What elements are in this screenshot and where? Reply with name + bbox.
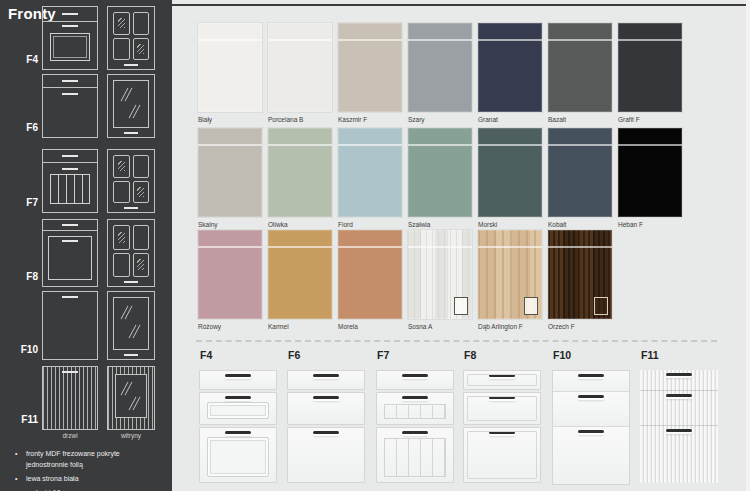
drawer-handle — [402, 396, 428, 399]
drawer-handle — [313, 396, 339, 399]
glass-grid — [113, 225, 149, 277]
swatch-cell: Porcelana B — [268, 23, 332, 123]
drawer-front — [199, 427, 277, 483]
palette-row: BiałyPorcelana BKaszmir FSzaryGranatBaza… — [198, 23, 682, 123]
swatch-label: Różowy — [198, 323, 262, 330]
color-swatch — [408, 128, 472, 217]
drawer-handle — [225, 374, 251, 377]
decoration — [43, 150, 97, 163]
glass-reflection — [137, 259, 144, 270]
page-edge — [746, 0, 750, 491]
swatch-cell: Fiord — [338, 128, 402, 228]
front-style-row-f6: F6 — [0, 74, 172, 138]
caption-doors: drzwi — [42, 432, 98, 439]
decoration — [43, 75, 97, 88]
grain-direction-icon — [524, 297, 538, 315]
handle-mark — [124, 64, 138, 66]
grain-direction-icon — [594, 297, 608, 315]
front-preview-f4: F4 — [199, 349, 277, 485]
swatch-label: Dąb Arlington F — [478, 323, 542, 330]
glass-pane — [113, 155, 130, 178]
swatch-cell: Skalny — [198, 128, 262, 228]
front-divider-line — [548, 144, 612, 146]
glass-pane — [133, 12, 150, 35]
color-swatch — [408, 230, 472, 319]
glass-pane — [133, 253, 150, 278]
door-drawing-f7 — [42, 149, 98, 213]
drawer-handle — [402, 431, 428, 434]
door-drawing-f10 — [42, 291, 98, 360]
drawer-front — [376, 427, 454, 483]
drawer-front — [287, 370, 365, 390]
drawer-handle — [225, 396, 251, 399]
glass-pane — [113, 80, 149, 128]
door-drawing-f4 — [42, 6, 98, 70]
color-swatch — [198, 128, 262, 217]
drawer-front — [640, 370, 718, 391]
handle-mark — [124, 207, 138, 209]
color-swatch — [548, 128, 612, 217]
front-preview-label: F7 — [377, 349, 454, 361]
notes-list: fronty MDF frezowane pokryte jednostronn… — [10, 449, 162, 491]
glass-drawing-f7 — [107, 149, 155, 213]
glass-pane — [113, 297, 149, 350]
glass-reflection — [137, 187, 144, 197]
handle-mark — [124, 354, 138, 356]
front-divider-line — [478, 144, 542, 146]
front-preview-label: F4 — [200, 349, 277, 361]
swatch-label: Orzech F — [548, 323, 612, 330]
door-drawing-f11 — [42, 366, 98, 430]
color-swatch — [198, 230, 262, 319]
swatch-label: Biały — [198, 116, 262, 123]
front-preview-label: F6 — [288, 349, 365, 361]
swatch-label: Morski — [478, 221, 542, 228]
swatch-cell: Dąb Arlington F — [478, 230, 542, 330]
glass-reflection — [118, 18, 125, 28]
swatch-label: Heban F — [618, 221, 682, 228]
slat-panel — [384, 404, 446, 419]
swatch-cell: Oliwka — [268, 128, 332, 228]
drawer-front — [287, 392, 365, 425]
color-swatch — [618, 23, 682, 112]
drawer-handle — [578, 430, 604, 433]
inner-frame — [467, 396, 537, 421]
glass-pane — [133, 181, 150, 204]
glass-drawing-f4 — [107, 6, 155, 70]
cabinet-preview — [199, 370, 277, 483]
swatch-cell: Sosna A — [408, 230, 472, 330]
front-divider-line — [268, 144, 332, 146]
swatch-cell: Heban F — [618, 128, 682, 228]
glass-drawing-f6 — [107, 74, 155, 138]
swatch-cell: Kobalt — [548, 128, 612, 228]
drawer-handle — [666, 373, 692, 376]
swatch-cell: Szary — [408, 23, 472, 123]
drawer-handle — [313, 374, 339, 377]
handle-mark — [124, 132, 138, 134]
swatch-cell: Orzech F — [548, 230, 612, 330]
glass-drawing-f8 — [107, 219, 155, 287]
swatch-cell: Szałwia — [408, 128, 472, 228]
front-divider-line — [618, 39, 682, 41]
drawer-front — [463, 427, 541, 483]
glass-pane — [133, 225, 150, 250]
swatch-label: Szałwia — [408, 221, 472, 228]
color-swatch — [268, 128, 332, 217]
note-item: fronty MDF frezowane pokryte jednostronn… — [10, 449, 162, 471]
color-swatch — [618, 128, 682, 217]
door-drawing-f6 — [42, 74, 98, 138]
front-divider-line — [408, 144, 472, 146]
cabinet-preview — [463, 370, 541, 483]
drawer-handle — [313, 431, 339, 434]
swatch-cell: Biały — [198, 23, 262, 123]
front-style-label: F10 — [0, 344, 38, 355]
door-drawing-f8 — [42, 219, 98, 287]
color-swatch — [198, 23, 262, 112]
front-preview-f8: F8 — [463, 349, 541, 485]
glass-pane — [113, 12, 130, 35]
slat-panel — [50, 174, 90, 204]
drawer-front — [463, 392, 541, 425]
swatch-cell: Kaszmir F — [338, 23, 402, 123]
front-divider-line — [548, 39, 612, 41]
color-swatch — [338, 230, 402, 319]
front-style-label: F7 — [0, 197, 38, 208]
